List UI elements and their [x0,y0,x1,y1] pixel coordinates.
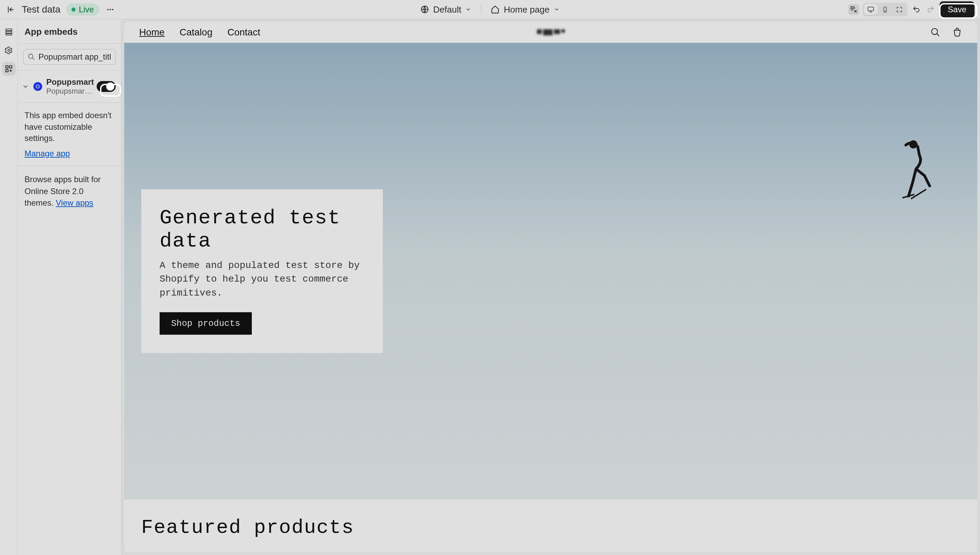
live-dot-icon [72,8,75,11]
svg-point-14 [29,54,33,59]
hero-card: Generated test data A theme and populate… [141,189,383,353]
app-embeds-tab[interactable] [2,62,16,75]
featured-title: Featured products [141,517,960,539]
page-title: Test data [22,4,61,15]
mobile-icon [882,6,888,13]
svg-rect-7 [6,29,12,30]
exit-icon[interactable] [5,4,16,15]
sections-tab[interactable] [2,25,16,39]
redo-button[interactable] [925,4,936,15]
chevron-down-icon [554,6,560,13]
store-nav-home[interactable]: Home [139,27,165,38]
home-icon [491,5,500,14]
topbar: Test data Live Default Home page [0,0,980,19]
monitor-icon [867,6,874,13]
live-badge: Live [66,3,99,16]
redo-icon [927,5,935,14]
skier-image [895,138,937,199]
app-embeds-panel: App embeds Popupsmart Popupsmart:Popup, … [18,19,122,555]
view-apps-link[interactable]: View apps [56,198,93,207]
live-badge-label: Live [79,5,94,14]
store-logo[interactable] [537,29,565,35]
undo-icon [912,5,921,14]
shop-products-button[interactable]: Shop products [160,312,252,335]
preview-area: Home Catalog Contact [122,19,980,555]
search-box[interactable] [23,49,116,65]
gear-icon [5,46,13,55]
locale-label: Default [433,4,461,14]
page-selector-label: Home page [504,4,549,14]
locale-selector[interactable]: Default [420,4,471,14]
embed-subtitle: Popupsmart:Popup, Sales, ... [46,87,93,96]
cart-icon[interactable] [952,27,962,37]
svg-rect-9 [6,34,12,35]
embed-toggle[interactable] [97,81,116,92]
undo-button[interactable] [911,4,922,15]
hero-title: Generated test data [160,206,365,253]
apps-icon [5,65,13,73]
device-viewport-group [863,3,908,16]
search-icon[interactable] [930,27,940,37]
sections-icon [5,28,13,36]
search-input[interactable] [38,52,111,62]
embed-description: This app embed doesn't have customizable… [18,103,121,149]
svg-point-10 [8,50,10,51]
embed-name: Popupsmart [46,77,93,87]
save-button[interactable]: Save [940,2,975,18]
embed-item: Popupsmart Popupsmart:Popup, Sales, ... [18,71,121,103]
svg-point-0 [107,9,109,10]
search-icon [27,53,35,61]
page-selector[interactable]: Home page [491,4,560,14]
hero-subtitle: A theme and populated test store by Shop… [160,259,365,300]
svg-point-2 [112,9,114,10]
globe-icon [420,5,429,14]
desktop-view-button[interactable] [864,4,878,15]
manage-app-link[interactable]: Manage app [18,149,121,166]
inspector-icon[interactable] [848,4,859,15]
svg-point-6 [885,11,886,11]
fullscreen-view-button[interactable] [892,4,906,15]
store-header: Home Catalog Contact [124,22,977,43]
featured-section: Featured products [124,499,977,552]
store-nav-catalog[interactable]: Catalog [180,27,213,38]
svg-rect-11 [6,66,8,68]
mobile-view-button[interactable] [878,4,892,15]
theme-settings-tab[interactable] [2,43,16,57]
svg-point-1 [110,9,111,10]
svg-rect-13 [6,69,8,72]
svg-point-17 [909,140,918,148]
chevron-down-icon [465,6,471,13]
more-icon[interactable] [105,4,116,15]
panel-title: App embeds [18,19,121,43]
fullscreen-icon [896,6,903,13]
side-rail [0,19,18,555]
svg-point-15 [36,85,39,88]
browse-text: Browse apps built for Online Store 2.0 t… [18,166,121,217]
svg-rect-12 [10,66,12,68]
svg-rect-8 [6,31,12,33]
preview-frame: Home Catalog Contact [124,22,977,552]
app-logo-icon [34,82,42,91]
svg-rect-4 [868,7,874,11]
chevron-down-icon[interactable] [22,83,29,90]
store-nav-contact[interactable]: Contact [227,27,260,38]
hero-section: Generated test data A theme and populate… [124,43,977,499]
svg-point-16 [932,28,938,34]
